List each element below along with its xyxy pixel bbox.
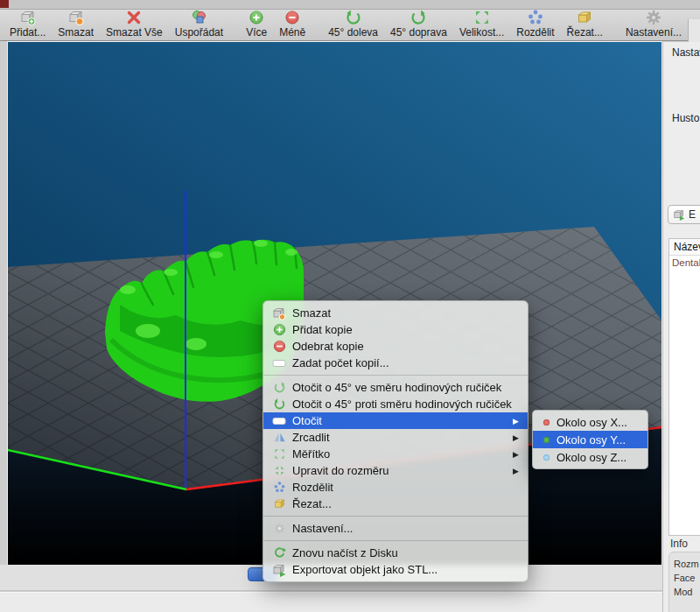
menu-separator — [263, 540, 528, 541]
toolbar-add-button[interactable]: Přidat... — [4, 10, 52, 40]
toolbar-split-button[interactable]: Rozdělit — [510, 10, 560, 40]
menu-item-label: Měřítko — [292, 447, 330, 461]
toolbar-rotate-right-button[interactable]: 45° doprava — [384, 10, 453, 40]
cut-icon — [576, 9, 593, 26]
toolbar-delete-button[interactable]: Smazat — [52, 10, 100, 40]
submenu-item-label: Okolo osy Z... — [556, 451, 626, 464]
blank-field-icon — [272, 414, 286, 428]
toolbar-cut-button[interactable]: Řezat... — [561, 10, 609, 40]
toolbar-fewer-button[interactable]: Méně — [273, 10, 312, 40]
toolbar-arrange-label: Uspořádat — [175, 26, 223, 39]
info-row-model: Mod — [674, 585, 700, 599]
menu-item-remove-copy[interactable]: Odebrat kopie — [263, 338, 528, 355]
axis-z-dot — [543, 454, 550, 461]
rotate-cw-icon — [272, 381, 286, 395]
export-button-label: E — [689, 208, 696, 221]
menu-item-label: Exportovat objekt jako STL... — [292, 563, 438, 576]
right-settings-panel: Nastav Husto E Název Dental_ Info Rozm F… — [662, 42, 700, 612]
object-list-row[interactable]: Dental_ — [669, 256, 700, 270]
mirror-icon — [272, 431, 286, 445]
menu-item-label: Odebrat kopie — [292, 340, 364, 353]
toolbar-rotate-right-label: 45° doprava — [390, 26, 447, 39]
axis-y-dot — [543, 437, 550, 443]
submenu-item-axis-x[interactable]: Okolo osy X... — [533, 413, 648, 431]
menu-item-reload-from-disk[interactable]: Znovu načíst z Disku — [263, 545, 528, 561]
toolbar-scale-button[interactable]: Velikost... — [453, 10, 510, 40]
toolbar-delete-all-label: Smazat Vše — [106, 26, 163, 39]
split-icon — [272, 481, 286, 495]
toolbar-rotate-left-button[interactable]: 45° doleva — [322, 10, 384, 40]
submenu-item-axis-z[interactable]: Okolo osy Z... — [533, 448, 648, 466]
toolbar-add-label: Přidat... — [10, 26, 46, 39]
reload-icon — [272, 546, 286, 560]
window-close-fragment[interactable] — [0, 0, 9, 8]
menu-item-label: Přidat kopie — [292, 323, 353, 336]
menu-item-export-stl[interactable]: Exportovat objekt jako STL... — [263, 561, 528, 578]
fewer-copies-icon — [284, 9, 301, 26]
menu-item-label: Smazat — [292, 306, 331, 320]
lower-status-bar — [0, 592, 662, 612]
export-stl-icon — [272, 563, 286, 577]
toolbar-delete-all-button[interactable]: Smazat Vše — [100, 10, 169, 40]
submenu-arrow-icon: ▶ — [513, 450, 519, 459]
toolbar-more-button[interactable]: Více — [240, 10, 273, 40]
toolbar-arrange-button[interactable]: Uspořádat — [169, 10, 229, 40]
titlebar-strip — [0, 0, 700, 9]
menu-item-label: Nastavení... — [292, 522, 353, 535]
menu-item-label: Znovu načíst z Disku — [292, 546, 398, 559]
scale-icon — [272, 447, 286, 461]
menu-item-rotate-45-ccw[interactable]: Otočit o 45° proti směru hodinových ruči… — [263, 396, 528, 412]
print-settings-label: Nastav — [672, 46, 700, 59]
object-list[interactable]: Název Dental_ — [668, 238, 700, 536]
menu-item-delete[interactable]: Smazat — [263, 305, 528, 321]
rotate-cw-icon — [410, 9, 427, 26]
rotate-ccw-icon — [272, 397, 286, 412]
menu-item-label: Zrcadlit — [292, 431, 330, 444]
rotate-ccw-icon — [345, 9, 362, 26]
delete-all-icon — [125, 9, 143, 26]
split-icon — [527, 9, 544, 26]
settings-gear-icon — [645, 9, 662, 26]
object-context-menu: Smazat Přidat kopie Odebrat kopie Zadat … — [262, 300, 528, 582]
toolbar-settings-button[interactable]: Nastavení... — [620, 10, 688, 40]
toolbar-cut-label: Řezat... — [567, 26, 603, 39]
submenu-item-label: Okolo osy X... — [556, 416, 627, 429]
toolbar-more-label: Více — [246, 26, 267, 39]
menu-item-rotate[interactable]: Otočit ▶ — [263, 412, 528, 429]
cut-icon — [272, 497, 286, 511]
submenu-arrow-icon: ▶ — [513, 417, 519, 426]
settings-gear-icon — [272, 522, 286, 536]
submenu-item-axis-y[interactable]: Okolo osy Y... — [533, 431, 648, 448]
toolbar-split-label: Rozdělit — [516, 26, 554, 39]
object-list-header: Název — [669, 239, 700, 256]
fit-size-icon — [272, 464, 286, 478]
menu-item-label: Zadat počet kopií... — [292, 356, 389, 369]
info-label: Info — [670, 538, 688, 550]
info-row-facets: Face — [674, 571, 700, 585]
menu-item-label: Upravit do rozměru — [292, 464, 389, 477]
info-box: Rozm Face Mod — [668, 552, 700, 612]
menu-separator — [263, 516, 528, 517]
delete-object-icon — [67, 9, 85, 26]
menu-item-settings[interactable]: Nastavení... — [263, 520, 528, 537]
more-copies-icon — [248, 9, 265, 26]
density-label: Husto — [672, 112, 699, 124]
menu-item-rotate-45-cw[interactable]: Otočit o 45° ve směru hodinových ručiček — [263, 379, 528, 396]
menu-item-scale[interactable]: Měřítko ▶ — [263, 446, 528, 462]
menu-item-label: Otočit o 45° proti směru hodinových ruči… — [292, 397, 512, 411]
menu-item-mirror[interactable]: Zrcadlit ▶ — [263, 429, 528, 446]
menu-item-add-copy[interactable]: Přidat kopie — [263, 321, 528, 338]
menu-item-set-copies[interactable]: Zadat počet kopií... — [263, 355, 528, 371]
toolbar-scale-label: Velikost... — [459, 26, 504, 39]
toolbar-fewer-label: Méně — [279, 26, 305, 39]
scale-icon — [473, 9, 491, 26]
submenu-arrow-icon: ▶ — [513, 433, 519, 442]
menu-item-split[interactable]: Rozdělit — [263, 479, 528, 496]
axis-x-dot — [543, 419, 550, 426]
menu-item-cut[interactable]: Řezat... — [263, 496, 528, 512]
export-button[interactable]: E — [668, 205, 700, 224]
rotate-submenu: Okolo osy X... Okolo osy Y... Okolo osy … — [532, 410, 648, 469]
menu-item-fit-size[interactable]: Upravit do rozměru ▶ — [263, 462, 528, 479]
menu-item-label: Řezat... — [292, 497, 332, 510]
toolbar-rotate-left-label: 45° doleva — [328, 26, 378, 39]
